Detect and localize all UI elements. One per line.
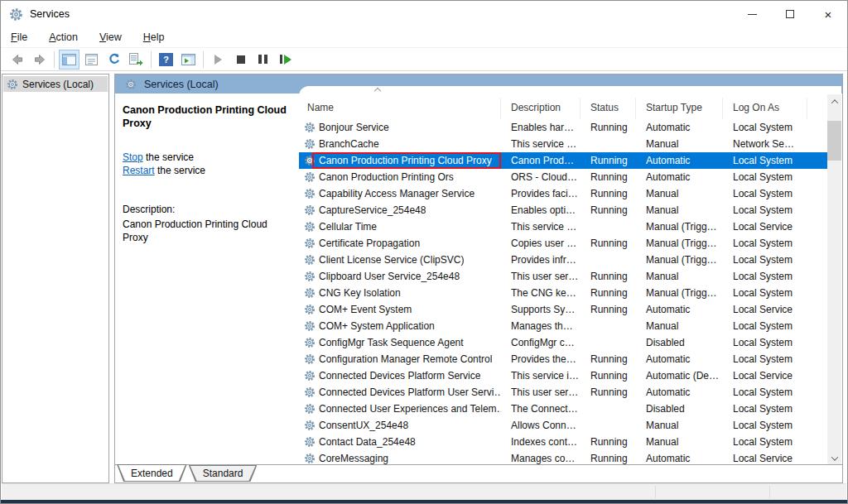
cell-startup: Automatic	[636, 384, 723, 401]
service-name: CoreMessaging	[319, 453, 388, 464]
properties-button[interactable]	[81, 50, 102, 70]
list-header: NameDescriptionStatusStartup TypeLog On …	[299, 86, 841, 119]
service-row[interactable]: Canon Production Printing OrsORS - Cloud…	[299, 169, 827, 185]
services-node-icon	[7, 79, 18, 90]
forward-arrow-icon	[33, 53, 46, 66]
toolbar-separator	[203, 51, 204, 68]
cell-name: COM+ Event System	[299, 301, 501, 318]
column-header-logon[interactable]: Log On As	[723, 98, 807, 119]
service-row[interactable]: COM+ Event SystemSupports Sy…RunningAuto…	[299, 301, 827, 318]
service-gear-icon	[304, 254, 316, 266]
column-header-status[interactable]: Status	[581, 98, 636, 119]
service-name: CaptureService_254e48	[319, 204, 426, 216]
service-row[interactable]: Bonjour ServiceEnables har…RunningAutoma…	[299, 119, 827, 136]
service-row[interactable]: Connected User Experiences and Telem…The…	[299, 401, 827, 417]
tab-standard[interactable]: Standard	[189, 465, 258, 482]
help-icon: ?	[159, 53, 173, 66]
vertical-scrollbar[interactable]	[827, 94, 841, 465]
tab-extended[interactable]: Extended	[117, 464, 187, 482]
refresh-button[interactable]	[104, 50, 124, 70]
cell-logon: Network Se…	[723, 136, 807, 152]
panel-header-title: Services (Local)	[144, 79, 219, 90]
service-row[interactable]: CoreMessagingManages co…RunningAutomatic…	[299, 450, 827, 465]
service-row[interactable]: Clipboard User Service_254e48This user s…	[299, 268, 827, 285]
restart-service-button[interactable]	[275, 50, 296, 70]
sort-ascending-icon	[374, 88, 381, 94]
service-row[interactable]: CNG Key IsolationThe CNG ke…RunningManua…	[299, 285, 827, 301]
cell-desc: Allows Conn…	[501, 417, 581, 434]
description-text: Canon Production Printing Cloud Proxy	[123, 218, 292, 244]
cell-desc: This service i…	[501, 367, 581, 384]
service-gear-icon	[304, 436, 316, 448]
stop-service-text: the service	[143, 151, 194, 163]
tree-item-services-local[interactable]: Services (Local)	[3, 76, 108, 92]
cell-name: Connected User Experiences and Telem…	[299, 401, 501, 417]
cell-startup: Manual	[636, 318, 723, 334]
pause-service-button[interactable]	[253, 50, 273, 70]
export-list-button[interactable]	[126, 50, 147, 70]
maximize-icon	[786, 10, 794, 18]
service-row[interactable]: CaptureService_254e48Enables opti…Runnin…	[299, 202, 827, 218]
stop-service-link[interactable]: Stop	[123, 151, 143, 163]
cell-status: Running	[581, 301, 636, 318]
cell-status: Running	[581, 351, 636, 367]
restart-service-text: the service	[155, 165, 205, 176]
scrollbar-thumb[interactable]	[827, 121, 841, 161]
stop-service-button[interactable]	[230, 50, 251, 70]
service-row[interactable]: COM+ System ApplicationManages th…Manual…	[299, 318, 827, 334]
service-row[interactable]: BranchCacheThis service …ManualNetwork S…	[299, 136, 827, 152]
services-window: Services × FileActionViewHelp ?	[0, 0, 848, 504]
cell-status: Running	[581, 268, 636, 285]
show-console-tree-button[interactable]	[59, 50, 80, 70]
action-pane-icon	[181, 54, 195, 65]
service-row[interactable]: Connected Devices Platform ServiceThis s…	[299, 367, 827, 384]
menu-help[interactable]: Help	[143, 31, 165, 43]
forward-button[interactable]	[29, 50, 50, 70]
service-name: Connected User Experiences and Telem…	[319, 403, 501, 415]
minimize-button[interactable]	[733, 1, 771, 27]
service-row[interactable]: Connected Devices Platform User Servi…Th…	[299, 384, 827, 401]
service-row[interactable]: ConfigMgr Task Sequence AgentConfigMgr c…	[299, 334, 827, 351]
column-header-startup[interactable]: Startup Type	[636, 98, 723, 119]
status-bar	[2, 483, 846, 500]
cell-startup: Manual (Trigg…	[636, 218, 723, 235]
close-button[interactable]: ×	[809, 1, 847, 27]
cell-name: Certificate Propagation	[299, 235, 501, 252]
show-action-pane-button[interactable]	[178, 50, 199, 70]
console-tree-pane: Services (Local)	[2, 74, 109, 483]
service-row[interactable]: ConsentUX_254e48Allows Conn…ManualLocal …	[299, 417, 827, 434]
cell-startup: Disabled	[636, 401, 723, 417]
service-row[interactable]: Capability Access Manager ServiceProvide…	[299, 185, 827, 202]
start-service-button[interactable]	[208, 50, 229, 70]
cell-status	[581, 401, 636, 417]
help-button[interactable]: ?	[156, 50, 176, 70]
content-pane: Services (Local) Canon Production Printi…	[114, 74, 843, 483]
column-header-desc[interactable]: Description	[501, 98, 581, 119]
cell-desc: Provides the…	[501, 351, 581, 367]
scroll-down-button[interactable]	[827, 451, 841, 465]
maximize-button[interactable]	[771, 1, 809, 27]
cell-status: Running	[581, 119, 636, 136]
menu-bar: FileActionViewHelp	[1, 27, 847, 48]
cell-logon: Local System	[723, 401, 807, 417]
menu-action[interactable]: Action	[49, 31, 78, 43]
service-row[interactable]: Configuration Manager Remote ControlProv…	[299, 351, 827, 367]
cell-desc: This user ser…	[501, 268, 581, 285]
cell-desc: Supports Sy…	[501, 301, 581, 318]
back-button[interactable]	[7, 50, 27, 70]
service-row[interactable]: Cellular TimeThis service …Manual (Trigg…	[299, 218, 827, 235]
service-row[interactable]: Client License Service (ClipSVC)Provides…	[299, 252, 827, 268]
menu-view[interactable]: View	[99, 31, 122, 43]
service-gear-icon	[304, 304, 316, 315]
service-gear-icon	[304, 271, 316, 282]
service-gear-icon	[304, 353, 316, 365]
column-header-name[interactable]: Name	[299, 98, 501, 119]
cell-startup: Manual	[636, 185, 723, 202]
service-row[interactable]: Certificate PropagationCopies user …Runn…	[299, 235, 827, 252]
service-row[interactable]: Canon Production Printing Cloud ProxyCan…	[299, 152, 827, 169]
menu-file[interactable]: File	[11, 31, 27, 43]
service-row[interactable]: Contact Data_254e48Indexes cont…RunningM…	[299, 434, 827, 450]
scroll-up-button[interactable]	[827, 94, 841, 108]
restart-service-link[interactable]: Restart	[123, 165, 155, 176]
cell-name: Bonjour Service	[299, 119, 501, 136]
